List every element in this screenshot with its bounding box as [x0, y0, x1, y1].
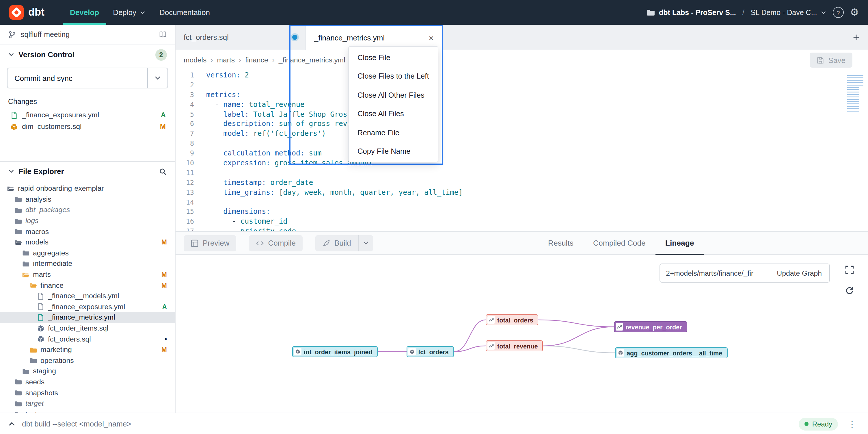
tree-item-finance-models-yml[interactable]: _finance__models.yml	[0, 291, 175, 301]
account-switcher[interactable]: dbt Labs - ProServ S...	[646, 8, 736, 17]
tree-item-marts[interactable]: martsM	[0, 269, 175, 280]
line-number: 14	[176, 197, 194, 207]
menu-item-close-files-to-the-left[interactable]: Close Files to the Left	[349, 67, 438, 86]
commit-options-caret[interactable]	[147, 68, 167, 88]
change-item-dim-customers-sql[interactable]: dim_customers.sqlM	[0, 121, 175, 132]
lineage-node-total_revenue[interactable]: total_revenue	[486, 340, 543, 351]
tree-item-finance[interactable]: financeM	[0, 280, 175, 291]
code-editor[interactable]: 1version: 223metrics:4 - name: total_rev…	[176, 70, 868, 231]
lineage-node-int_order_items_joined[interactable]: int_order_items_joined	[292, 346, 378, 357]
panel-tab-compiled-code[interactable]: Compiled Code	[583, 232, 655, 254]
tree-item-fct-order-items-sql[interactable]: fct_order_items.sql	[0, 323, 175, 334]
menu-item-rename-file[interactable]: Rename File	[349, 123, 438, 142]
tree-item-seeds[interactable]: seeds	[0, 376, 175, 387]
tree-item-dbt-packages[interactable]: dbt_packages	[0, 205, 175, 215]
tree-item-finance-metrics-yml[interactable]: _finance_metrics.yml	[0, 312, 175, 323]
tree-item-fct-orders-sql[interactable]: fct_orders.sql•	[0, 334, 175, 344]
menu-item-close-all-other-files[interactable]: Close All Other Files	[349, 86, 438, 104]
tree-item-marketing[interactable]: marketingM	[0, 344, 175, 355]
panel-toolbar: PreviewCompileBuild ResultsCompiled Code…	[176, 231, 868, 255]
tree-item-snapshots[interactable]: snapshots	[0, 387, 175, 398]
panel-tab-lineage[interactable]: Lineage	[655, 232, 704, 254]
code-line: 15 dimensions:	[176, 207, 868, 217]
update-graph-button[interactable]: Update Graph	[769, 264, 829, 282]
nav-link-develop[interactable]: Develop	[63, 0, 106, 25]
code-lines: 1version: 223metrics:4 - name: total_rev…	[176, 70, 868, 231]
change-item-finance-exposures-yml[interactable]: _finance_exposures.ymlA	[0, 109, 175, 121]
minimap[interactable]	[847, 75, 863, 113]
lineage-node-total_orders[interactable]: total_orders	[486, 314, 538, 325]
button-label: Build	[334, 239, 351, 247]
menu-item-close-file[interactable]: Close File	[349, 48, 438, 67]
line-number: 13	[176, 187, 194, 197]
new-tab-button[interactable]	[844, 25, 868, 50]
preview-button[interactable]: Preview	[184, 235, 237, 251]
lineage-panel: int_order_items_joinedfct_orderstotal_or…	[176, 255, 868, 413]
tree-item-rapid-onboarding-exemplar[interactable]: rapid-onboarding-exemplar	[0, 183, 175, 194]
folder-icon	[14, 239, 22, 246]
project-switcher[interactable]: SL Demo - Dave C...	[751, 8, 827, 17]
tree-item-aggregates[interactable]: aggregates	[0, 248, 175, 258]
tree-item-models[interactable]: modelsM	[0, 237, 175, 248]
expand-command-bar-button[interactable]	[8, 420, 16, 428]
tree-item-label: dbt_packages	[25, 206, 70, 214]
tree-item-intermediate[interactable]: intermediate	[0, 258, 175, 269]
tree-item-staging[interactable]: staging	[0, 366, 175, 376]
settings-gear-icon[interactable]: ⚙	[850, 7, 859, 17]
save-button[interactable]: Save	[810, 53, 852, 68]
tree-item-finance-exposures-yml[interactable]: _finance_exposures.ymlA	[0, 301, 175, 312]
file-explorer-header[interactable]: File Explorer	[0, 162, 175, 181]
tree-item-tests[interactable]: tests	[0, 409, 175, 413]
change-status-badge: M	[160, 122, 166, 131]
panel-tab-results[interactable]: Results	[538, 232, 583, 254]
menu-item-close-all-files[interactable]: Close All Files	[349, 104, 438, 123]
search-icon[interactable]	[159, 167, 167, 175]
top-navbar: dbt DevelopDeployDocumentation dbt Labs …	[0, 0, 868, 25]
reset-view-button[interactable]	[842, 283, 857, 298]
breadcrumb-item-finance-metrics-yml[interactable]: _finance_metrics.yml	[279, 56, 345, 64]
save-icon	[817, 56, 825, 64]
breadcrumb-item-marts[interactable]: marts	[217, 56, 235, 64]
chevron-down-icon	[8, 168, 14, 175]
folder-icon	[29, 282, 37, 289]
nav-link-deploy[interactable]: Deploy	[106, 0, 152, 25]
dbt-logo[interactable]: dbt	[0, 0, 52, 25]
version-control-header[interactable]: Version Control 2	[0, 45, 175, 64]
folder-icon	[14, 228, 22, 235]
tree-item-operations[interactable]: operations	[0, 355, 175, 366]
tree-item-target[interactable]: target	[0, 398, 175, 409]
git-status-badge: M	[161, 271, 167, 278]
build-options-caret[interactable]	[358, 235, 373, 251]
help-button[interactable]: ?	[833, 7, 844, 18]
tree-item-macros[interactable]: macros	[0, 226, 175, 237]
editor-tab-fct-orders-sql[interactable]: fct_orders.sql	[176, 25, 306, 50]
breadcrumb-item-finance[interactable]: finance	[245, 56, 268, 64]
line-number: 6	[176, 119, 194, 129]
command-input[interactable]: dbt build --select <model_name>	[22, 419, 131, 428]
folder-icon	[646, 8, 655, 17]
menu-item-copy-file-name[interactable]: Copy File Name	[349, 142, 438, 161]
status-label: Ready	[812, 420, 832, 428]
lineage-node-revenue_per_order[interactable]: revenue_per_order	[614, 321, 687, 332]
unsaved-dot-icon	[292, 35, 298, 40]
line-number: 1	[176, 70, 194, 80]
project-name: SL Demo - Dave C...	[751, 8, 817, 17]
git-status-badge: •	[164, 336, 167, 342]
lineage-node-fct_orders[interactable]: fct_orders	[407, 346, 454, 357]
fullscreen-button[interactable]	[842, 262, 857, 278]
compile-button[interactable]: Compile	[249, 235, 303, 251]
tree-item-analysis[interactable]: analysis	[0, 194, 175, 205]
changes-count-badge: 2	[155, 49, 167, 60]
commit-and-sync-button[interactable]: Commit and sync	[7, 68, 168, 88]
docs-book-icon[interactable]	[159, 31, 167, 39]
overflow-menu-icon[interactable]: ⋮	[844, 418, 860, 430]
lineage-selector-input[interactable]	[660, 264, 769, 282]
nav-link-documentation[interactable]: Documentation	[152, 0, 217, 25]
build-button[interactable]: Build	[315, 235, 358, 251]
tree-item-logs[interactable]: logs	[0, 215, 175, 226]
lineage-node-agg_customer_orders__all_time[interactable]: agg_customer_orders__all_time	[615, 347, 727, 358]
breadcrumb-item-models[interactable]: models	[184, 56, 207, 64]
close-tab-icon[interactable]: ×	[429, 33, 434, 42]
metric-icon	[488, 342, 495, 350]
nav-link-label: Develop	[70, 8, 99, 17]
